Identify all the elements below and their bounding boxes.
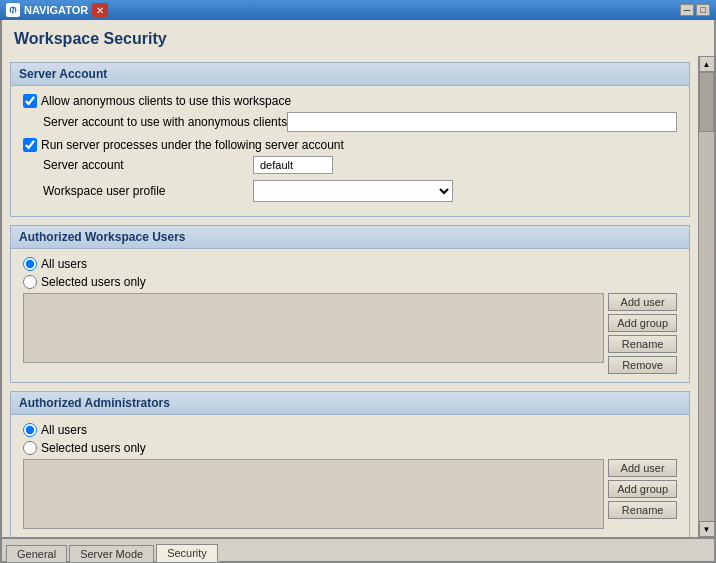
tab-bar: General Server Mode Security xyxy=(2,537,714,561)
all-users-radio[interactable] xyxy=(23,257,37,271)
admin-selected-users-only-radio[interactable] xyxy=(23,441,37,455)
selected-users-only-radio[interactable] xyxy=(23,275,37,289)
server-account-header: Server Account xyxy=(11,63,689,86)
tab-security[interactable]: Security xyxy=(156,544,218,562)
scroll-down-arrow[interactable]: ▼ xyxy=(699,521,715,537)
allow-anonymous-label: Allow anonymous clients to use this work… xyxy=(41,94,291,108)
remove-button[interactable]: Remove xyxy=(608,356,677,374)
content-area: Server Account Allow anonymous clients t… xyxy=(2,56,698,537)
server-account-body: Allow anonymous clients to use this work… xyxy=(11,86,689,216)
authorized-administrators-body: All users Selected users only Add user A… xyxy=(11,415,689,537)
admin-add-user-button[interactable]: Add user xyxy=(608,459,677,477)
selected-users-only-row: Selected users only xyxy=(23,275,677,289)
add-user-button[interactable]: Add user xyxy=(608,293,677,311)
authorized-workspace-users-section: Authorized Workspace Users All users Sel… xyxy=(10,225,690,383)
maximize-button[interactable]: □ xyxy=(696,4,710,16)
scroll-track[interactable] xyxy=(699,72,714,521)
all-users-label: All users xyxy=(41,257,87,271)
authorized-workspace-users-header: Authorized Workspace Users xyxy=(11,226,689,249)
title-bar-text: NAVIGATOR xyxy=(24,4,88,16)
workspace-users-list xyxy=(23,293,604,363)
server-account-value: default xyxy=(253,156,333,174)
scroll-thumb[interactable] xyxy=(699,72,714,132)
server-account-anonymous-row: Server account to use with anonymous cli… xyxy=(23,112,677,132)
vertical-scrollbar[interactable]: ▲ ▼ xyxy=(698,56,714,537)
close-button[interactable]: ✕ xyxy=(92,3,108,17)
server-account-row: Server account default xyxy=(23,156,677,174)
server-account-section: Server Account Allow anonymous clients t… xyxy=(10,62,690,217)
admin-selected-users-only-row: Selected users only xyxy=(23,441,677,455)
rename-button[interactable]: Rename xyxy=(608,335,677,353)
navigator-icon: N xyxy=(6,3,20,17)
title-bar: N NAVIGATOR ✕ ─ □ xyxy=(0,0,716,20)
tab-server-mode[interactable]: Server Mode xyxy=(69,545,154,562)
scroll-wrapper: Server Account Allow anonymous clients t… xyxy=(2,56,714,537)
all-users-row: All users xyxy=(23,257,677,271)
window-controls: ─ □ xyxy=(680,4,710,16)
admin-list-area: Add user Add group Rename xyxy=(23,459,677,529)
title-bar-left: N NAVIGATOR ✕ xyxy=(6,3,108,17)
workspace-user-profile-select[interactable]: Option1 Option2 xyxy=(253,180,453,202)
main-window: Workspace Security Server Account Allow … xyxy=(0,20,716,563)
authorized-administrators-header: Authorized Administrators xyxy=(11,392,689,415)
server-account-anonymous-label: Server account to use with anonymous cli… xyxy=(43,115,287,129)
tab-general[interactable]: General xyxy=(6,545,67,562)
selected-users-only-label: Selected users only xyxy=(41,275,146,289)
workspace-users-list-area: Add user Add group Rename Remove xyxy=(23,293,677,374)
allow-anonymous-row: Allow anonymous clients to use this work… xyxy=(23,94,677,108)
admin-selected-users-only-label: Selected users only xyxy=(41,441,146,455)
admin-rename-button[interactable]: Rename xyxy=(608,501,677,519)
run-server-label: Run server processes under the following… xyxy=(41,138,344,152)
scroll-up-arrow[interactable]: ▲ xyxy=(699,56,715,72)
allow-anonymous-checkbox[interactable] xyxy=(23,94,37,108)
run-server-checkbox[interactable] xyxy=(23,138,37,152)
page-title: Workspace Security xyxy=(2,20,714,56)
server-account-anonymous-input[interactable] xyxy=(287,112,677,132)
admin-all-users-row: All users xyxy=(23,423,677,437)
authorized-workspace-users-body: All users Selected users only Add user A… xyxy=(11,249,689,382)
admin-add-group-button[interactable]: Add group xyxy=(608,480,677,498)
svg-text:N: N xyxy=(10,7,15,14)
minimize-button[interactable]: ─ xyxy=(680,4,694,16)
admin-all-users-radio[interactable] xyxy=(23,423,37,437)
add-group-button[interactable]: Add group xyxy=(608,314,677,332)
admin-list xyxy=(23,459,604,529)
server-account-label: Server account xyxy=(43,158,253,172)
authorized-administrators-section: Authorized Administrators All users Sele… xyxy=(10,391,690,537)
admin-all-users-label: All users xyxy=(41,423,87,437)
run-server-row: Run server processes under the following… xyxy=(23,138,677,152)
workspace-user-profile-row: Workspace user profile Option1 Option2 xyxy=(23,180,677,202)
admin-buttons: Add user Add group Rename xyxy=(608,459,677,529)
workspace-users-buttons: Add user Add group Rename Remove xyxy=(608,293,677,374)
workspace-user-profile-label: Workspace user profile xyxy=(43,184,253,198)
